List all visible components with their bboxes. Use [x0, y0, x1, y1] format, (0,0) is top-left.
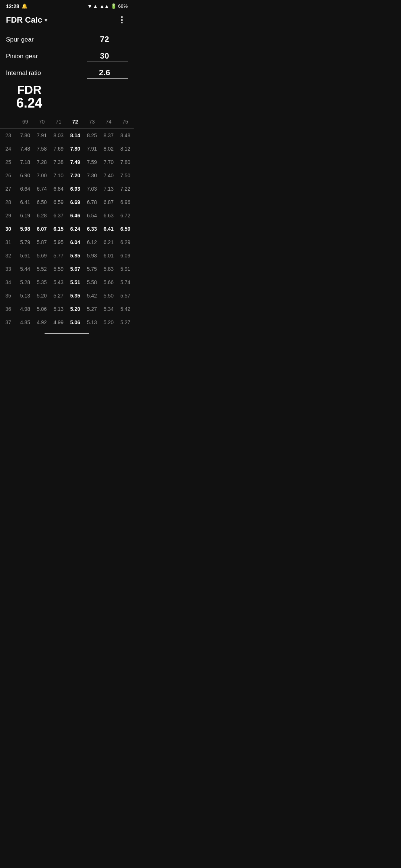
- table-cell: 7.69: [50, 142, 67, 155]
- table-cell: 7.80: [117, 155, 134, 169]
- table-cell: 5.50: [100, 289, 117, 302]
- table-cell: 6.21: [100, 236, 117, 249]
- row-label-37: 37: [0, 316, 17, 329]
- table-row: 355.135.205.275.355.425.505.57: [0, 289, 134, 302]
- table-cell: 5.91: [117, 262, 134, 276]
- toolbar-title-area[interactable]: FDR Calc ▾: [6, 15, 47, 25]
- table-row: 325.615.695.775.855.936.016.09: [0, 249, 134, 262]
- spur-gear-label: Spur gear: [6, 36, 50, 43]
- table-cell: 4.85: [17, 316, 33, 329]
- table-cell: 7.10: [50, 169, 67, 182]
- status-left: 12:28 🔔: [6, 3, 27, 9]
- input-fields: Spur gear Pinion gear Internal ratio: [6, 34, 128, 84]
- table-row: 247.487.587.697.807.918.028.12: [0, 142, 134, 155]
- pinion-gear-input[interactable]: [87, 50, 128, 62]
- table-cell: 5.67: [67, 262, 84, 276]
- table-cell: 8.03: [50, 128, 67, 142]
- table-row: 374.854.924.995.065.135.205.27: [0, 316, 134, 329]
- table-cell: 7.00: [33, 169, 50, 182]
- table-cell: 6.29: [117, 236, 134, 249]
- row-label-31: 31: [0, 236, 17, 249]
- table-row: 364.985.065.135.205.275.345.42: [0, 302, 134, 316]
- table-cell: 7.18: [17, 155, 33, 169]
- overflow-menu-button[interactable]: ⋮: [115, 14, 129, 26]
- table-cell: 6.04: [67, 236, 84, 249]
- row-label-29: 29: [0, 209, 17, 222]
- table-cell: 7.59: [84, 155, 100, 169]
- table-cell: 7.38: [50, 155, 67, 169]
- table-cell: 5.83: [100, 262, 117, 276]
- home-indicator: [0, 329, 134, 336]
- app-title: FDR Calc: [6, 15, 42, 25]
- table-cell: 5.87: [33, 236, 50, 249]
- table-cell: 7.30: [84, 169, 100, 182]
- table-row: 305.986.076.156.246.336.416.50: [0, 222, 134, 236]
- table-cell: 6.59: [50, 195, 67, 209]
- table-cell: 5.43: [50, 276, 67, 289]
- table-cell: 5.61: [17, 249, 33, 262]
- table-cell: 5.20: [100, 316, 117, 329]
- table-cell: 7.03: [84, 182, 100, 195]
- col-header-70: 70: [33, 115, 50, 129]
- table-cell: 5.93: [84, 249, 100, 262]
- row-label-27: 27: [0, 182, 17, 195]
- table-cell: 5.28: [17, 276, 33, 289]
- table-cell: 5.35: [67, 289, 84, 302]
- ratio-table-section: 69707172737475 237.807.918.038.148.258.3…: [0, 115, 134, 329]
- fdr-label: FDR: [17, 84, 42, 96]
- col-header-71: 71: [50, 115, 67, 129]
- table-cell: 6.19: [17, 209, 33, 222]
- internal-ratio-label: Internal ratio: [6, 69, 50, 77]
- table-cell: 5.13: [50, 302, 67, 316]
- table-cell: 5.58: [84, 276, 100, 289]
- table-cell: 6.54: [84, 209, 100, 222]
- table-cell: 8.37: [100, 128, 117, 142]
- table-cell: 6.78: [84, 195, 100, 209]
- table-cell: 5.79: [17, 236, 33, 249]
- table-cell: 5.13: [84, 316, 100, 329]
- spur-gear-row: Spur gear: [6, 34, 128, 45]
- pinion-gear-row: Pinion gear: [6, 50, 128, 62]
- table-cell: 5.35: [33, 276, 50, 289]
- table-cell: 5.27: [84, 302, 100, 316]
- spur-gear-input[interactable]: [87, 34, 128, 45]
- table-cell: 7.91: [84, 142, 100, 155]
- table-cell: 5.85: [67, 249, 84, 262]
- battery-percent: 68%: [118, 3, 128, 9]
- table-cell: 8.14: [67, 128, 84, 142]
- table-cell: 5.42: [84, 289, 100, 302]
- table-cell: 8.12: [117, 142, 134, 155]
- table-cell: 7.48: [17, 142, 33, 155]
- table-cell: 6.24: [67, 222, 84, 236]
- col-header-69: 69: [17, 115, 33, 129]
- table-row: 266.907.007.107.207.307.407.50: [0, 169, 134, 182]
- table-cell: 6.33: [84, 222, 100, 236]
- table-cell: 5.42: [117, 302, 134, 316]
- notification-icon: 🔔: [22, 3, 27, 9]
- table-cell: 4.99: [50, 316, 67, 329]
- table-cell: 6.07: [33, 222, 50, 236]
- table-cell: 6.12: [84, 236, 100, 249]
- table-row: 276.646.746.846.937.037.137.22: [0, 182, 134, 195]
- table-cell: 6.96: [117, 195, 134, 209]
- table-cell: 7.49: [67, 155, 84, 169]
- dropdown-icon[interactable]: ▾: [45, 17, 47, 23]
- internal-ratio-input[interactable]: [87, 67, 128, 79]
- table-cell: 5.44: [17, 262, 33, 276]
- table-cell: 8.48: [117, 128, 134, 142]
- col-header-73: 73: [84, 115, 100, 129]
- row-label-32: 32: [0, 249, 17, 262]
- table-cell: 5.34: [100, 302, 117, 316]
- toolbar: FDR Calc ▾ ⋮: [0, 11, 134, 31]
- table-cell: 8.02: [100, 142, 117, 155]
- table-corner-header: [0, 115, 17, 129]
- table-cell: 6.87: [100, 195, 117, 209]
- table-cell: 8.25: [84, 128, 100, 142]
- table-cell: 6.15: [50, 222, 67, 236]
- table-cell: 4.92: [33, 316, 50, 329]
- table-cell: 7.20: [67, 169, 84, 182]
- table-cell: 6.41: [17, 195, 33, 209]
- table-cell: 5.06: [67, 316, 84, 329]
- table-cell: 5.66: [100, 276, 117, 289]
- table-cell: 5.27: [50, 289, 67, 302]
